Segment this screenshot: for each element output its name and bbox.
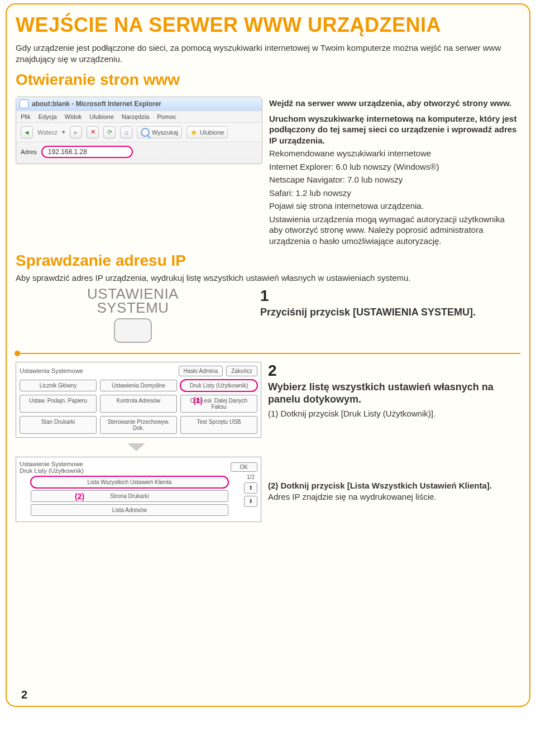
cell-main-counter[interactable]: Licznik Główny bbox=[20, 380, 97, 391]
browser-menubar[interactable]: Plik Edycja Widok Ulubione Narzędzia Pom… bbox=[16, 111, 262, 123]
star-icon: ★ bbox=[190, 128, 198, 137]
instr-auth-note: Ustawienia urządzenia mogą wymagać autor… bbox=[269, 214, 520, 247]
page-icon bbox=[20, 99, 28, 108]
browser-toolbar: ◄ Wstecz ▾ ► ✕ ⟳ ⌂ Wyszukaj ★ Ulubione bbox=[16, 123, 262, 142]
system-settings-key: USTAWIENIA SYSTEMU bbox=[16, 287, 250, 342]
list-item-all-settings-label: Lista Wszystkich Ustawień Klienta bbox=[87, 479, 171, 485]
refresh-button[interactable]: ⟳ bbox=[103, 126, 116, 138]
cell-fax-forward[interactable]: Odb. esł. Dalej Danych Faksu (1) bbox=[180, 395, 257, 413]
browser-title-text: about:blank - Microsoft Internet Explore… bbox=[32, 100, 161, 108]
browser-screenshot: about:blank - Microsoft Internet Explore… bbox=[16, 97, 262, 164]
instructions-column: Wejdź na serwer www urządzenia, aby otwo… bbox=[269, 92, 520, 249]
ok-button[interactable]: OK bbox=[231, 462, 257, 472]
touch-panel-screen-2: Ustawienie Systemowe Druk Listy (Użytkow… bbox=[16, 457, 261, 522]
forward-button[interactable]: ► bbox=[70, 126, 82, 138]
intro-text: Gdy urządzenie jest podłączone do sieci,… bbox=[16, 42, 520, 65]
cell-usb-test[interactable]: Test Sprzętu USB bbox=[180, 416, 257, 434]
divider-rule bbox=[16, 353, 520, 354]
instr-reco-safari: Safari: 1.2 lub nowszy bbox=[269, 188, 520, 199]
instr-result: Pojawi się strona internetowa urządzenia… bbox=[269, 200, 520, 212]
panel1-title: Ustawienia Systemowe bbox=[20, 367, 83, 374]
cell-print-list-user[interactable]: Druk Listy (Użytkownik) bbox=[180, 380, 257, 391]
home-button[interactable]: ⌂ bbox=[120, 126, 132, 138]
step2-substep1: (1) Dotknij przycisk [Druk Listy (Użytko… bbox=[268, 408, 520, 419]
close-button[interactable]: Zakończ bbox=[226, 366, 257, 376]
cell-doc-filing-control[interactable]: Sterowanie Przechowyw. Dok. bbox=[100, 416, 177, 434]
menu-view[interactable]: Widok bbox=[65, 113, 82, 120]
cell-tray-settings[interactable]: Ustaw. Podajn. Papieru bbox=[20, 395, 97, 413]
menu-tools[interactable]: Narzędzia bbox=[122, 113, 150, 120]
page-number: 2 bbox=[21, 688, 27, 701]
instr-heading: Wejdź na serwer www urządzenia, aby otwo… bbox=[269, 98, 520, 109]
list-item-printer-page-label: Strona Drukarki bbox=[110, 493, 149, 499]
cell-default-settings[interactable]: Ustawienia Domyślne bbox=[100, 380, 177, 391]
instr-reco-ie: Internet Explorer: 6.0 lub nowszy (Windo… bbox=[269, 161, 520, 173]
favorites-label: Ulubione bbox=[200, 129, 224, 136]
cell-address-control[interactable]: Kontrola Adresów bbox=[100, 395, 177, 413]
back-button[interactable]: ◄ bbox=[21, 126, 33, 138]
check-intro-text: Aby sprawdzić adres IP urządzenia, wydru… bbox=[16, 273, 520, 283]
panel2-title: Ustawienie Systemowe bbox=[20, 461, 84, 467]
menu-favorites[interactable]: Ulubione bbox=[89, 113, 113, 120]
admin-password-button[interactable]: Hasło Admina bbox=[179, 366, 223, 376]
address-value[interactable]: 192.168.1.28 bbox=[41, 146, 133, 158]
search-chip[interactable]: Wyszukaj bbox=[137, 126, 182, 138]
search-icon bbox=[141, 128, 150, 137]
step2-substep2: (2) Dotknij przycisk [Lista Wszystkich U… bbox=[268, 480, 520, 491]
instr-step1-head: Uruchom wyszukiwarkę internetową na komp… bbox=[269, 113, 520, 146]
step1-heading: Przyciśnij przycisk [USTAWIENIA SYSTEMU]… bbox=[260, 306, 520, 319]
cell-printer-status[interactable]: Stan Drukarki bbox=[20, 416, 97, 434]
panel2-pager: 1/2 ⬆ ⬇ bbox=[244, 474, 257, 507]
pager-down-button[interactable]: ⬇ bbox=[244, 496, 257, 507]
back-dropdown-icon[interactable]: ▾ bbox=[62, 128, 65, 136]
favorites-chip[interactable]: ★ Ulubione bbox=[186, 126, 228, 138]
callout-marker-2: (2) bbox=[75, 492, 84, 501]
callout-marker-1: (1) bbox=[193, 396, 203, 405]
step2-number: 2 bbox=[268, 362, 520, 380]
back-label: Wstecz bbox=[37, 129, 58, 136]
touch-panel-screen-1: Ustawienia Systemowe Hasło Admina Zakońc… bbox=[16, 362, 261, 438]
list-item-printer-page[interactable]: Strona Drukarki (2) bbox=[31, 490, 228, 502]
section-check-heading: Sprawdzanie adresu IP bbox=[16, 252, 520, 270]
menu-file[interactable]: Plik bbox=[21, 113, 31, 120]
pager-page-indicator: 1/2 bbox=[247, 474, 255, 480]
sys-label-line2: SYSTEMU bbox=[87, 301, 179, 315]
page-frame: WEJŚCIE NA SERWER WWW URZĄDZENIA Gdy urz… bbox=[6, 3, 530, 707]
list-item-all-settings[interactable]: Lista Wszystkich Ustawień Klienta bbox=[31, 476, 228, 488]
stop-button[interactable]: ✕ bbox=[87, 126, 99, 138]
address-label: Adres bbox=[21, 149, 37, 155]
page-title: WEJŚCIE NA SERWER WWW URZĄDZENIA bbox=[16, 13, 520, 37]
browser-titlebar: about:blank - Microsoft Internet Explore… bbox=[16, 97, 262, 111]
menu-help[interactable]: Pomoc bbox=[157, 113, 176, 120]
panel2-subtitle: Druk Listy (Użytkownik) bbox=[20, 467, 84, 474]
arrow-down-icon bbox=[127, 443, 145, 451]
section-open-heading: Otwieranie stron www bbox=[16, 71, 520, 89]
system-settings-button[interactable] bbox=[114, 318, 152, 343]
list-item-address-list[interactable]: Lista Adresów bbox=[31, 504, 228, 516]
cell-print-list-user-label: Druk Listy (Użytkownik) bbox=[182, 382, 256, 389]
instr-reco-head: Rekomendowane wyszukiwarki internetowe bbox=[269, 148, 520, 159]
instr-reco-netscape: Netscape Navigator: 7.0 lub nowszy bbox=[269, 174, 520, 185]
browser-address-row: Adres 192.168.1.28 bbox=[16, 142, 262, 164]
search-label: Wyszukaj bbox=[152, 129, 178, 136]
step1-number: 1 bbox=[260, 287, 520, 305]
step2-heading: Wybierz listę wszystkich ustawień własny… bbox=[268, 381, 520, 406]
pager-up-button[interactable]: ⬆ bbox=[244, 482, 257, 494]
menu-edit[interactable]: Edycja bbox=[39, 113, 57, 120]
step2-note: Adres IP znajdzie się na wydrukowanej li… bbox=[268, 491, 520, 503]
